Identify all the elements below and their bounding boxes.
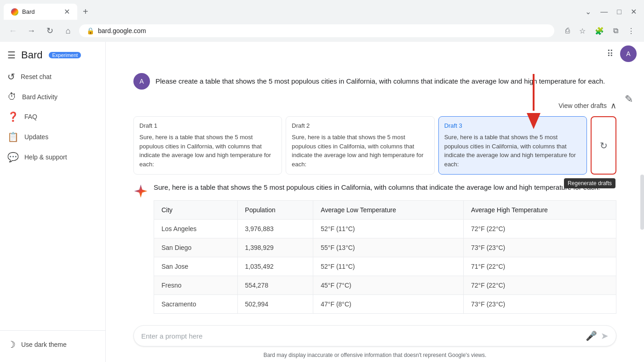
- back-button[interactable]: ←: [6, 23, 20, 38]
- bard-response-icon: [133, 184, 148, 198]
- home-button[interactable]: ⌂: [61, 23, 75, 38]
- tab-controls: ⌄ — □ ✕: [581, 6, 640, 18]
- edit-icon-area: ✎: [625, 93, 633, 105]
- sidebar-item-label-reset-chat: Reset chat: [21, 73, 52, 80]
- table-cell-3-2: 45°F (7°C): [313, 276, 464, 295]
- more-button[interactable]: ⋮: [624, 25, 638, 37]
- sidebar-item-faq[interactable]: ❓ FAQ: [0, 107, 102, 127]
- disclaimer: Bard may display inaccurate or offensive…: [106, 350, 644, 362]
- regenerate-tooltip: Regenerate drafts: [564, 178, 615, 188]
- annotation-red-arrow: [524, 74, 543, 133]
- table-cell-1-0: San Diego: [154, 238, 238, 257]
- sidebar-item-label-bard-activity: Bard Activity: [22, 93, 58, 101]
- bookmark-button[interactable]: ☆: [575, 25, 589, 37]
- table-cell-3-0: Fresno: [154, 276, 238, 295]
- sidebar-item-help-support[interactable]: 💬 Help & support: [0, 147, 102, 167]
- draft-1-label: Draft 1: [139, 122, 276, 129]
- send-button[interactable]: ➤: [601, 330, 609, 341]
- mic-button[interactable]: 🎤: [586, 330, 597, 341]
- active-tab[interactable]: Bard ✕: [4, 4, 77, 20]
- user-message: A Please create a table that shows the 5…: [133, 73, 616, 90]
- maximize-button[interactable]: □: [613, 6, 625, 18]
- edit-icon[interactable]: ✎: [625, 93, 633, 105]
- sidebar-item-label-faq: FAQ: [24, 113, 37, 120]
- faq-icon: ❓: [7, 111, 19, 122]
- chat-area[interactable]: A Please create a table that shows the 5…: [106, 66, 644, 320]
- prompt-input[interactable]: [141, 332, 582, 340]
- input-container: 🎤 ➤: [133, 325, 616, 346]
- address-input[interactable]: 🔒 bard.google.com: [79, 24, 554, 37]
- lock-icon: 🔒: [86, 27, 94, 34]
- sidebar: ☰ Bard Experiment ↺ Reset chat ⏱ Bard Ac…: [0, 42, 106, 362]
- updates-icon: 📋: [7, 131, 19, 142]
- table-row: San Jose1,035,49252°F (11°C)71°F (22°C): [154, 257, 616, 276]
- view-other-drafts-text[interactable]: View other drafts: [558, 102, 607, 109]
- draft-card-2[interactable]: Draft 2 Sure, here is a table that shows…: [286, 116, 434, 175]
- tab-title: Bard: [22, 8, 60, 15]
- share-button[interactable]: ⎙: [562, 25, 574, 37]
- bard-response-content: Sure, here is a table that shows the 5 m…: [154, 182, 616, 314]
- bard-activity-icon: ⏱: [7, 91, 17, 102]
- help-support-icon: 💬: [7, 152, 19, 163]
- regenerate-icon: ↻: [600, 140, 608, 151]
- regenerate-button[interactable]: ↻ Regenerate drafts: [591, 116, 616, 175]
- top-bar: ⠿ A: [106, 42, 644, 66]
- table-cell-4-2: 47°F (8°C): [313, 295, 464, 314]
- draft-3-text: Sure, here is a table that shows the 5 m…: [444, 133, 581, 169]
- scrollbar[interactable]: [640, 175, 644, 230]
- table-cell-2-1: 1,035,492: [237, 257, 313, 276]
- table-cell-2-2: 52°F (11°C): [313, 257, 464, 276]
- table-row: San Diego1,398,92955°F (13°C)73°F (23°C): [154, 238, 616, 257]
- tab-close-button[interactable]: ✕: [64, 7, 70, 16]
- table-cell-1-1: 1,398,929: [237, 238, 313, 257]
- draft-card-3[interactable]: Draft 3 Sure, here is a table that shows…: [438, 116, 587, 175]
- sidebar-bottom: ☽ Use dark theme: [0, 330, 105, 358]
- extensions-button[interactable]: 🧩: [591, 25, 608, 37]
- address-bar: ← → ↻ ⌂ 🔒 bard.google.com ⎙ ☆ 🧩 ⧉ ⋮: [0, 20, 644, 42]
- table-cell-2-3: 71°F (22°C): [464, 257, 616, 276]
- bard-logo: Bard: [21, 49, 42, 61]
- sidebar-header: ☰ Bard Experiment: [0, 45, 105, 65]
- sidebar-item-dark-theme[interactable]: ☽ Use dark theme: [0, 334, 102, 355]
- user-avatar[interactable]: A: [620, 45, 637, 62]
- table-cell-3-1: 554,278: [237, 276, 313, 295]
- grid-icon: ⠿: [607, 49, 614, 59]
- tab-list-button[interactable]: ⌄: [581, 6, 595, 18]
- table-cell-0-1: 3,976,883: [237, 220, 313, 238]
- close-button[interactable]: ✕: [627, 6, 640, 18]
- table-header-city: City: [154, 201, 238, 220]
- minimize-button[interactable]: —: [597, 6, 611, 18]
- table-row: Los Angeles3,976,88352°F (11°C)72°F (22°…: [154, 220, 616, 238]
- split-view-button[interactable]: ⧉: [610, 25, 622, 37]
- new-tab-button[interactable]: +: [79, 5, 92, 19]
- sidebar-item-updates[interactable]: 📋 Updates: [0, 127, 102, 147]
- menu-icon[interactable]: ☰: [7, 50, 16, 61]
- experiment-badge: Experiment: [49, 52, 81, 58]
- grid-apps-button[interactable]: ⠿: [604, 45, 616, 62]
- table-header-avg-low: Average Low Temperature: [313, 201, 464, 220]
- table-cell-2-0: San Jose: [154, 257, 238, 276]
- tab-bar: Bard ✕ + ⌄ — □ ✕: [0, 0, 644, 20]
- draft-1-text: Sure, here is a table that shows the 5 m…: [139, 133, 276, 169]
- draft-3-label: Draft 3: [444, 122, 581, 129]
- chevron-up-icon[interactable]: ∧: [610, 101, 616, 111]
- svg-marker-2: [134, 185, 148, 198]
- sidebar-item-bard-activity[interactable]: ⏱ Bard Activity: [0, 87, 102, 107]
- table-cell-4-3: 73°F (23°C): [464, 295, 616, 314]
- table-cell-1-2: 55°F (13°C): [313, 238, 464, 257]
- table-cell-4-0: Sacramento: [154, 295, 238, 314]
- user-message-text: Please create a table that shows the 5 m…: [155, 73, 616, 90]
- draft-card-1[interactable]: Draft 1 Sure, here is a table that shows…: [133, 116, 282, 175]
- sidebar-item-label-help-support: Help & support: [24, 153, 67, 161]
- table-cell-3-3: 72°F (22°C): [464, 276, 616, 295]
- sidebar-item-label-dark-theme: Use dark theme: [21, 341, 67, 348]
- tab-favicon: [11, 8, 18, 16]
- reload-button[interactable]: ↻: [42, 23, 57, 38]
- drafts-section: View other drafts ∧ Draft 1 Sure, here i…: [133, 101, 616, 175]
- forward-button[interactable]: →: [24, 23, 39, 38]
- sidebar-item-reset-chat[interactable]: ↺ Reset chat: [0, 67, 102, 87]
- table-row: Fresno554,27845°F (7°C)72°F (22°C): [154, 276, 616, 295]
- table-cell-0-3: 72°F (22°C): [464, 220, 616, 238]
- draft-2-label: Draft 2: [292, 122, 428, 129]
- user-message-avatar: A: [133, 73, 150, 90]
